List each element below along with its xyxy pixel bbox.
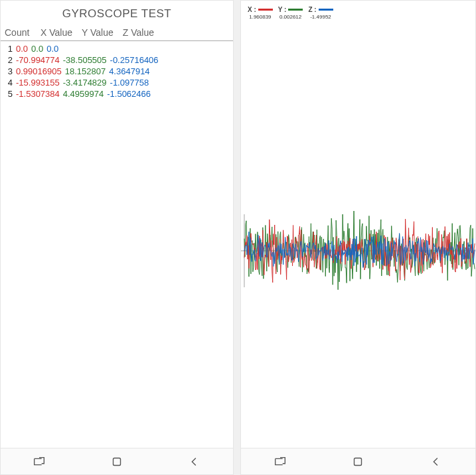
legend-z-val: -1.49952 — [310, 14, 331, 20]
cell-z: 4.3647914 — [109, 66, 149, 77]
cell-count: 4 — [6, 77, 13, 88]
table-row: 5-1.53073844.4959974-1.5062466 — [6, 88, 230, 100]
recent-apps-icon[interactable] — [273, 454, 287, 469]
table-row: 30.9901690518.1528074.3647914 — [6, 66, 230, 77]
legend-x-val: 1.960839 — [249, 14, 271, 20]
navbar-left — [1, 448, 233, 474]
cell-count: 1 — [6, 43, 13, 54]
swatch-z-icon — [319, 9, 333, 11]
cell-x: 0.99016905 — [16, 66, 62, 77]
cell-x: -15.993155 — [16, 77, 60, 88]
cell-count: 3 — [6, 66, 13, 77]
cell-z: -1.5062466 — [107, 88, 151, 100]
home-icon[interactable] — [110, 454, 124, 469]
gyro-chart — [241, 211, 475, 291]
cell-y: 18.152807 — [65, 66, 106, 77]
cell-count: 5 — [6, 88, 13, 100]
cell-x: 0.0 — [16, 43, 28, 54]
svg-rect-1 — [355, 458, 362, 465]
cell-z: -0.25716406 — [110, 54, 159, 66]
col-y: Y Value — [82, 27, 114, 38]
legend-y: Y : 0.002612 — [278, 6, 303, 20]
navbar-right — [241, 448, 475, 474]
svg-rect-0 — [113, 458, 120, 465]
left-screen: GYROSCOPE TEST Count X Value Y Value Z V… — [0, 0, 234, 475]
swatch-x-icon — [258, 9, 273, 11]
legend-y-letter: Y : — [278, 6, 287, 13]
col-count: Count — [5, 27, 31, 38]
swatch-y-icon — [288, 9, 303, 11]
back-icon[interactable] — [429, 454, 443, 469]
cell-count: 2 — [6, 54, 13, 66]
cell-y: 0.0 — [31, 43, 43, 54]
table-row: 4-15.993155-3.4174829-1.097758 — [6, 77, 230, 88]
recent-apps-icon[interactable] — [32, 454, 46, 469]
cell-z: -1.097758 — [110, 77, 149, 88]
legend-z: Z : -1.49952 — [308, 6, 333, 20]
left-screen-body: GYROSCOPE TEST Count X Value Y Value Z V… — [1, 1, 233, 474]
col-x: X Value — [40, 27, 72, 38]
home-icon[interactable] — [351, 454, 365, 469]
right-screen-body: X : 1.960839 Y : 0.002612 Z : -1.49952 — [241, 1, 475, 474]
cell-y: -3.4174829 — [63, 77, 107, 88]
table-row: 10.00.00.0 — [6, 43, 230, 54]
legend-y-val: 0.002612 — [279, 14, 301, 20]
cell-y: 4.4959974 — [63, 88, 104, 100]
cell-y: -38.505505 — [63, 54, 107, 66]
cell-z: 0.0 — [46, 43, 58, 54]
legend-x-letter: X : — [248, 6, 256, 13]
chart-legend: X : 1.960839 Y : 0.002612 Z : -1.49952 — [241, 1, 475, 25]
legend-z-letter: Z : — [308, 6, 316, 13]
right-screen: X : 1.960839 Y : 0.002612 Z : -1.49952 — [240, 0, 476, 475]
table-row: 2-70.994774-38.505505-0.25716406 — [6, 54, 230, 66]
col-z: Z Value — [123, 27, 154, 38]
cell-x: -1.5307384 — [16, 88, 60, 100]
cell-x: -70.994774 — [16, 54, 60, 66]
legend-x: X : 1.960839 — [248, 6, 273, 20]
table-body: 10.00.00.02-70.994774-38.505505-0.257164… — [1, 41, 233, 102]
page-title: GYROSCOPE TEST — [1, 1, 233, 25]
table-header: Count X Value Y Value Z Value — [1, 25, 233, 41]
back-icon[interactable] — [187, 454, 202, 469]
